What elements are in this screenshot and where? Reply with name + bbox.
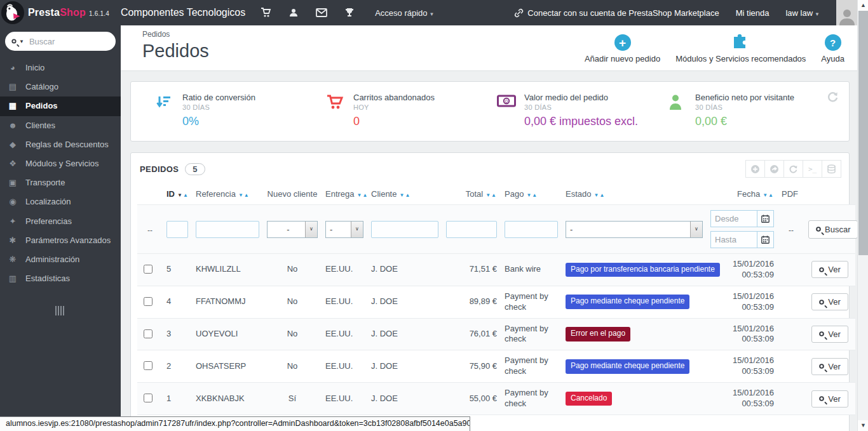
sort-icons[interactable]: ▼▲ — [526, 192, 538, 198]
table-row[interactable]: 4 FFATNOMMJ No EE.UU. J. DOE 89,89 € Pay… — [137, 286, 855, 318]
sidebar-item[interactable]: ☻ Clientes — [0, 116, 121, 135]
view-order-button[interactable]: Ver — [811, 293, 848, 310]
filter-total-input[interactable] — [446, 221, 497, 238]
row-checkbox[interactable] — [144, 361, 153, 370]
my-shop-link[interactable]: Mi tienda — [736, 8, 770, 18]
view-order-button[interactable]: Ver — [811, 261, 848, 278]
view-order-button[interactable]: Ver — [811, 326, 848, 343]
refresh-icon[interactable] — [783, 160, 803, 178]
row-checkbox[interactable] — [144, 329, 153, 338]
sidebar-item[interactable]: ❖ Módulos y Servicios — [0, 154, 121, 173]
user-menu[interactable]: law law▼ — [785, 8, 820, 18]
discounts-icon: ◆ — [8, 139, 18, 150]
filter-date-to-input[interactable] — [710, 231, 757, 248]
filter-customer-input[interactable] — [371, 221, 438, 238]
view-order-button[interactable]: Ver — [811, 390, 848, 408]
sidebar-item[interactable]: ❋ Administración — [0, 250, 121, 269]
visitor-icon — [668, 93, 687, 128]
add-icon[interactable] — [745, 160, 765, 178]
sort-icons[interactable]: ▼▲ — [593, 192, 605, 198]
avatar[interactable] — [836, 0, 857, 25]
sql-icon[interactable] — [822, 160, 841, 178]
sort-icons[interactable]: ▼▲ — [357, 192, 369, 198]
calendar-icon[interactable] — [757, 231, 774, 248]
recommended-modules-button[interactable]: Módulos y Servicios recomendados — [675, 34, 806, 63]
brand[interactable]: PrestaShop1.6.1.4 — [28, 7, 109, 18]
puzzle-icon — [731, 34, 750, 51]
filter-status-select[interactable]: -∨ — [566, 221, 703, 238]
column-header[interactable]: Pago▼▲ — [501, 183, 562, 205]
search-submit-button[interactable]: Buscar — [808, 220, 858, 239]
column-header[interactable]: PDF▼▲ — [778, 183, 804, 205]
scrollbar-thumb[interactable] — [858, 11, 868, 255]
search-input[interactable] — [28, 36, 109, 47]
sidebar-item[interactable]: ▤ Catálogo — [0, 77, 121, 96]
column-header[interactable]: Total▼▲ — [442, 183, 501, 205]
kpi-title: Beneficio neto por visitante — [695, 93, 794, 102]
column-header[interactable]: ▼▲ — [137, 183, 163, 205]
column-header[interactable]: ▼▲ — [804, 183, 855, 205]
add-order-button[interactable]: + Añadir nuevo pedido — [585, 34, 660, 63]
customers-icon[interactable] — [288, 8, 299, 18]
sort-icons[interactable]: ▼▲ — [238, 192, 250, 198]
quick-access-menu[interactable]: Acceso rápido▼ — [375, 8, 434, 18]
calendar-icon[interactable] — [757, 210, 774, 227]
table-row[interactable]: 2 OHSATSERP No EE.UU. J. DOE 75,90 € Pay… — [137, 350, 855, 383]
marketplace-connect-link[interactable]: Conectar con su cuenta de PrestaShop Mar… — [514, 8, 719, 18]
terminal-icon[interactable]: >_ — [803, 160, 822, 178]
sidebar-item[interactable]: ✦ Preferencias — [0, 212, 121, 231]
sidebar-item[interactable]: ▣ Transporte — [0, 173, 121, 192]
achievements-icon[interactable] — [344, 8, 355, 18]
scroll-up-button[interactable]: ▲ — [858, 0, 868, 11]
sidebar-item[interactable]: ◉ Localización — [0, 192, 121, 211]
sort-icons[interactable]: ▼▲ — [763, 192, 774, 198]
sidebar-item[interactable]: ▦ Pedidos — [0, 96, 121, 116]
filter-date-from-input[interactable] — [710, 210, 757, 227]
sidebar-item[interactable]: ✱ Parámetros Avanzados — [0, 231, 121, 250]
filter-reference-input[interactable] — [196, 221, 259, 238]
messages-icon[interactable] — [316, 8, 327, 17]
sort-icons[interactable]: ▼▲ — [485, 192, 497, 198]
table-row[interactable]: 3 UOYEVOLI No EE.UU. J. DOE 76,01 € Paym… — [137, 318, 855, 350]
cart-icon[interactable] — [261, 8, 271, 18]
column-header[interactable]: Estado▼▲ — [562, 183, 707, 205]
scroll-down-button[interactable]: ▼ — [858, 420, 868, 431]
cell-payment: Payment by check — [501, 286, 562, 318]
filter-id-input[interactable] — [166, 221, 188, 238]
sidebar-search[interactable]: ▼ — [5, 32, 116, 51]
kpi-title: Carritos abandonados — [353, 93, 435, 102]
column-header[interactable]: Fecha▼▲ — [707, 183, 778, 205]
sidebar-item[interactable]: ◆ Reglas de Descuentos — [0, 135, 121, 154]
sidebar-collapse-handle[interactable] — [55, 306, 65, 315]
column-header[interactable]: Cliente▼▲ — [367, 183, 442, 205]
cell-total: 76,01 € — [442, 318, 501, 350]
link-icon — [514, 8, 524, 18]
column-header[interactable]: Referencia▼▲ — [192, 183, 263, 205]
filter-row: -- -∨ -∨ — [137, 205, 855, 254]
sidebar-item[interactable]: ▥ Estadísticas — [0, 269, 121, 288]
row-checkbox[interactable] — [144, 394, 153, 402]
column-header[interactable]: Entrega▼▲ — [322, 183, 367, 205]
column-header[interactable]: Nuevo cliente▼▲ — [263, 183, 322, 205]
search-scope-caret-icon[interactable]: ▼ — [19, 39, 24, 44]
cell-total: 55,00 € — [442, 383, 501, 415]
sort-icons[interactable]: ▼▲ — [399, 192, 410, 198]
filter-delivery-select[interactable]: -∨ — [325, 221, 363, 238]
sort-icons[interactable]: ▼▲ — [177, 192, 189, 198]
vertical-scrollbar[interactable]: ▲ ▼ — [857, 0, 868, 431]
help-button[interactable]: ? Ayuda — [821, 34, 844, 63]
export-icon[interactable] — [764, 160, 784, 178]
cell-payment: Bank wire — [501, 254, 562, 286]
table-row[interactable]: 1 XKBKNABJK Sí EE.UU. J. DOE 55,00 € Pay… — [137, 383, 855, 415]
filter-payment-input[interactable] — [505, 221, 558, 238]
row-checkbox[interactable] — [144, 265, 153, 274]
table-row[interactable]: 5 KHWLILZLL No EE.UU. J. DOE 71,51 € Ban… — [137, 254, 855, 286]
refresh-icon[interactable] — [827, 91, 839, 105]
shop-name[interactable]: Componentes Tecnologicos — [121, 7, 245, 18]
column-header[interactable]: ID▼▲ — [163, 183, 192, 205]
filter-new-customer-select[interactable]: -∨ — [267, 221, 318, 238]
sidebar-item[interactable]: ◕ Inicio — [0, 58, 121, 77]
prestashop-logo-icon[interactable] — [1, 1, 24, 24]
view-order-button[interactable]: Ver — [811, 358, 848, 375]
row-checkbox[interactable] — [144, 297, 153, 306]
